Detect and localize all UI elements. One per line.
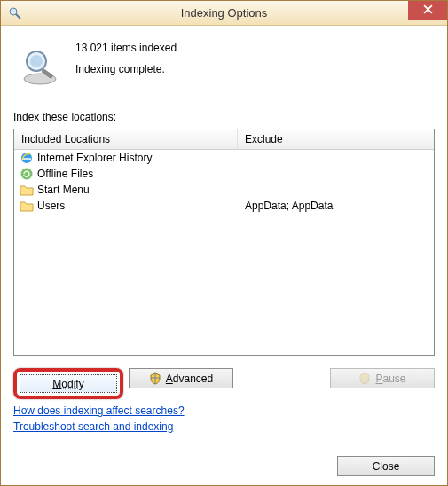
modify-button[interactable]: Modify [20,374,117,393]
close-icon [423,4,433,17]
location-name: Users [37,200,65,212]
action-button-row: Modify Advanced Pause [13,368,435,399]
list-body: Internet Explorer HistoryOffline FilesSt… [14,150,434,355]
indexing-options-window: Indexing Options 13 021 items indexed In… [0,0,448,486]
ie-icon [20,151,34,165]
indexing-state: Indexing complete. [75,63,177,75]
folder-icon [20,199,34,213]
how-indexing-link[interactable]: How does indexing affect searches? [13,404,185,417]
help-links: How does indexing affect searches? Troub… [13,404,435,433]
svg-point-0 [10,8,17,15]
location-name: Offline Files [37,168,93,180]
column-included[interactable]: Included Locations [14,129,238,149]
folder-icon [20,183,34,197]
exclude-value: AppData; AppData [245,200,333,212]
svg-line-1 [16,14,20,19]
close-window-button[interactable] [408,1,447,20]
magnifier-icon [19,45,61,88]
svg-point-7 [21,169,33,180]
troubleshoot-link[interactable]: Troubleshoot search and indexing [13,420,173,433]
table-row[interactable]: Start Menu [14,182,434,198]
pause-button: Pause [330,368,435,388]
location-name: Start Menu [37,184,90,196]
svg-point-4 [30,55,43,67]
items-indexed-count: 13 021 items indexed [75,42,177,54]
locations-list[interactable]: Included Locations Exclude Internet Expl… [13,129,435,356]
sync-icon [20,167,34,181]
location-name: Internet Explorer History [37,152,152,164]
advanced-button[interactable]: Advanced [129,368,233,388]
footer: Close [13,443,435,476]
table-row[interactable]: Internet Explorer History [14,150,434,166]
indexing-app-icon [8,6,22,20]
close-button[interactable]: Close [337,456,435,476]
content-area: 13 021 items indexed Indexing complete. … [1,26,447,485]
table-row[interactable]: Offline Files [14,166,434,182]
titlebar: Indexing Options [1,1,447,26]
shield-icon [149,372,161,385]
status-header: 13 021 items indexed Indexing complete. [13,40,435,88]
locations-label: Index these locations: [13,111,435,123]
list-header: Included Locations Exclude [14,129,434,150]
window-title: Indexing Options [1,6,447,20]
column-exclude[interactable]: Exclude [238,129,434,149]
shield-icon [358,372,371,385]
table-row[interactable]: UsersAppData; AppData [14,198,434,214]
modify-highlight: Modify [13,368,123,399]
